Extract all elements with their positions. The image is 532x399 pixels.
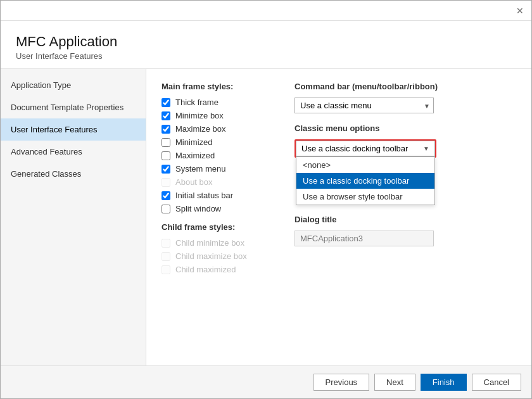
finish-button[interactable]: Finish	[421, 374, 467, 391]
maximized-label: Maximized	[175, 151, 215, 160]
main-area: Main frame styles: Thick frame Minimize …	[146, 69, 531, 365]
command-bar-dropdown-wrapper: Use a classic menu Use a toolbar/ribbon …	[294, 98, 434, 113]
sidebar-item-user-interface[interactable]: User Interface Features	[1, 118, 146, 141]
cancel-button[interactable]: Cancel	[472, 374, 521, 391]
sidebar: Application Type Document Template Prope…	[1, 69, 146, 365]
footer: Previous Next Finish Cancel	[1, 365, 531, 398]
child-maximize-box-label: Child maximize box	[175, 251, 247, 261]
child-maximized-row: Child maximized	[162, 265, 276, 274]
dropdown-option-none[interactable]: <none>	[296, 157, 434, 173]
child-maximized-checkbox	[162, 265, 170, 274]
next-button[interactable]: Next	[374, 374, 415, 391]
about-box-row: About box	[162, 177, 276, 187]
header: MFC Application User Interface Features	[1, 21, 531, 69]
maximize-box-label: Maximize box	[175, 124, 225, 134]
window: ✕ MFC Application User Interface Feature…	[0, 0, 532, 399]
minimized-checkbox[interactable]	[162, 138, 170, 147]
minimize-box-row: Minimize box	[162, 111, 276, 120]
minimize-box-checkbox[interactable]	[162, 111, 170, 120]
about-box-checkbox	[162, 178, 170, 187]
maximize-box-checkbox[interactable]	[162, 125, 170, 134]
maximize-box-row: Maximize box	[162, 124, 276, 134]
system-menu-row: System menu	[162, 164, 276, 174]
system-menu-label: System menu	[175, 164, 225, 174]
maximized-row: Maximized	[162, 151, 276, 160]
sidebar-item-document-template[interactable]: Document Template Properties	[1, 96, 146, 118]
sidebar-item-application-type[interactable]: Application Type	[1, 74, 146, 96]
classic-menu-dropdown-header[interactable]: Use a classic docking toolbar ▼	[296, 141, 435, 156]
about-box-label: About box	[175, 177, 213, 187]
maximized-checkbox[interactable]	[162, 151, 170, 160]
initial-status-bar-label: Initial status bar	[175, 191, 233, 200]
title-bar: ✕	[1, 1, 531, 21]
classic-menu-dropdown-list: <none> Use a classic docking toolbar Use…	[296, 156, 435, 205]
close-button[interactable]: ✕	[514, 4, 526, 17]
app-title: MFC Application	[16, 34, 516, 50]
classic-menu-dropdown-container: Use a classic docking toolbar ▼ <none> U…	[294, 139, 436, 158]
thick-frame-label: Thick frame	[175, 98, 218, 107]
split-window-checkbox[interactable]	[162, 205, 170, 213]
command-bar-section: Command bar (menu/toolbar/ribbon) Use a …	[294, 82, 516, 113]
left-column: Main frame styles: Thick frame Minimize …	[162, 82, 276, 278]
dialog-title-section: Dialog title	[294, 215, 516, 246]
thick-frame-checkbox[interactable]	[162, 98, 170, 107]
split-window-label: Split window	[175, 204, 221, 213]
content-area: Application Type Document Template Prope…	[1, 69, 531, 365]
split-window-row: Split window	[162, 204, 276, 213]
command-bar-select[interactable]: Use a classic menu Use a toolbar/ribbon	[294, 98, 434, 113]
classic-menu-dropdown-arrow: ▼	[423, 145, 429, 152]
minimize-box-label: Minimize box	[175, 111, 224, 120]
classic-menu-label: Classic menu options	[294, 124, 516, 133]
previous-button[interactable]: Previous	[314, 374, 370, 391]
dropdown-option-browser-style[interactable]: Use a browser style toolbar	[296, 189, 434, 205]
two-column-layout: Main frame styles: Thick frame Minimize …	[162, 82, 516, 278]
child-frame-section: Child frame styles: Child minimize box C…	[162, 222, 276, 274]
child-maximized-label: Child maximized	[175, 265, 236, 274]
dialog-title-input[interactable]	[294, 231, 434, 246]
app-subtitle: User Interface Features	[16, 51, 516, 61]
dropdown-option-classic-docking[interactable]: Use a classic docking toolbar	[296, 173, 434, 189]
right-column: Command bar (menu/toolbar/ribbon) Use a …	[294, 82, 516, 278]
classic-menu-selected-value: Use a classic docking toolbar	[301, 144, 408, 153]
sidebar-item-generated-classes[interactable]: Generated Classes	[1, 163, 146, 185]
dialog-title-label: Dialog title	[294, 215, 516, 224]
child-maximize-box-checkbox	[162, 252, 170, 261]
child-minimize-box-label: Child minimize box	[175, 238, 244, 248]
child-minimize-box-row: Child minimize box	[162, 238, 276, 248]
child-frame-label: Child frame styles:	[162, 222, 276, 232]
initial-status-bar-checkbox[interactable]	[162, 191, 170, 200]
thick-frame-row: Thick frame	[162, 98, 276, 107]
minimized-label: Minimized	[175, 137, 213, 147]
command-bar-label: Command bar (menu/toolbar/ribbon)	[294, 82, 516, 91]
initial-status-bar-row: Initial status bar	[162, 191, 276, 200]
child-minimize-box-checkbox	[162, 239, 170, 248]
sidebar-item-advanced-features[interactable]: Advanced Features	[1, 141, 146, 163]
main-frame-label: Main frame styles:	[162, 82, 276, 91]
minimized-row: Minimized	[162, 137, 276, 147]
system-menu-checkbox[interactable]	[162, 165, 170, 174]
child-maximize-box-row: Child maximize box	[162, 251, 276, 261]
classic-menu-section: Classic menu options Use a classic docki…	[294, 124, 516, 158]
